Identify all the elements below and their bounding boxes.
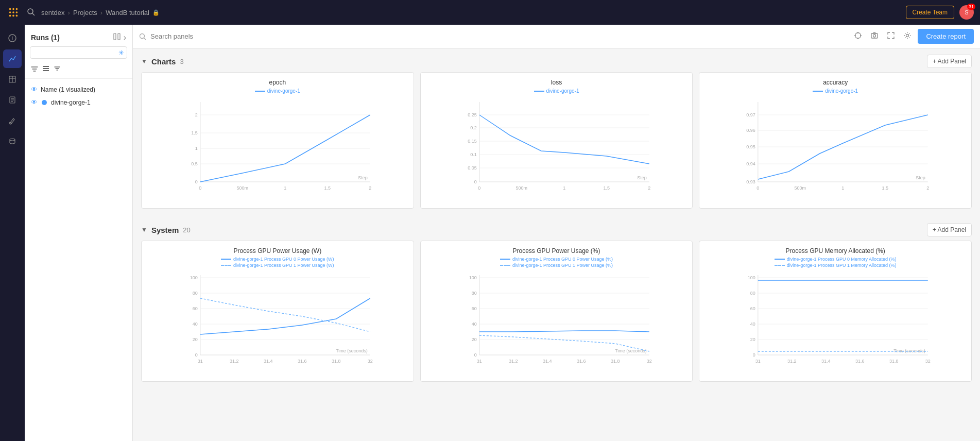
svg-text:20: 20 bbox=[471, 337, 476, 342]
system-count: 20 bbox=[183, 226, 190, 234]
svg-text:80: 80 bbox=[193, 291, 198, 296]
svg-point-5 bbox=[16, 11, 18, 13]
svg-text:1: 1 bbox=[563, 185, 565, 191]
svg-text:0: 0 bbox=[474, 352, 476, 358]
svg-text:Time (seconds): Time (seconds) bbox=[615, 348, 647, 353]
system-add-panel-button[interactable]: + Add Panel bbox=[927, 223, 972, 236]
panel-search-input[interactable] bbox=[150, 32, 848, 40]
epoch-chart: epoch divine-gorge-1 0 bbox=[141, 72, 414, 209]
svg-text:31.4: 31.4 bbox=[821, 359, 831, 364]
list-view-icon[interactable] bbox=[42, 65, 49, 74]
gpu-memory-pct-legend-line2 bbox=[775, 265, 785, 266]
svg-point-4 bbox=[12, 11, 14, 13]
gpu-power-w-legend: divine-gorge-1 Process GPU 0 Power Usage… bbox=[148, 257, 407, 268]
table-icon[interactable] bbox=[3, 70, 22, 89]
camera-button[interactable] bbox=[868, 29, 881, 44]
eye-icon-name: 👁 bbox=[31, 86, 38, 93]
gpu-power-pct-title: Process GPU Power Usage (%) bbox=[427, 247, 686, 255]
icon-rail: i bbox=[0, 25, 25, 441]
search-input[interactable] bbox=[30, 46, 127, 59]
svg-text:0.5: 0.5 bbox=[191, 161, 198, 166]
accuracy-chart-title: accuracy bbox=[706, 79, 965, 86]
columns-icon[interactable] bbox=[113, 33, 121, 42]
info-icon[interactable]: i bbox=[3, 29, 22, 47]
svg-text:2: 2 bbox=[369, 185, 371, 191]
svg-point-29 bbox=[855, 32, 861, 38]
name-visualized-row[interactable]: 👁 Name (1 visualized) bbox=[25, 83, 132, 96]
crosshair-button[interactable] bbox=[852, 29, 864, 44]
svg-text:Step: Step bbox=[637, 175, 647, 180]
panel-search-icon bbox=[139, 33, 146, 40]
svg-text:1.5: 1.5 bbox=[324, 185, 331, 191]
expand-panel-button[interactable] bbox=[885, 29, 897, 44]
sidebar: Runs (1) › ✳ 👁 bbox=[25, 25, 133, 441]
svg-text:1.5: 1.5 bbox=[882, 185, 889, 191]
charts-chevron[interactable]: ▼ bbox=[141, 58, 147, 65]
settings-button[interactable] bbox=[901, 29, 914, 44]
svg-text:0.25: 0.25 bbox=[468, 112, 477, 117]
svg-rect-34 bbox=[871, 33, 878, 38]
svg-line-10 bbox=[32, 13, 35, 15]
brush-icon[interactable] bbox=[3, 111, 22, 130]
breadcrumb-sep2: › bbox=[100, 9, 102, 16]
charts-title: Charts bbox=[151, 57, 176, 66]
charts-add-panel-button[interactable]: + Add Panel bbox=[927, 55, 972, 68]
svg-text:0.93: 0.93 bbox=[747, 179, 756, 184]
svg-text:1.5: 1.5 bbox=[191, 130, 198, 135]
breadcrumb-projects[interactable]: Projects bbox=[73, 9, 97, 16]
svg-text:31: 31 bbox=[476, 359, 482, 364]
run-name-label: divine-gorge-1 bbox=[51, 99, 91, 106]
system-section: ▼ System 20 + Add Panel Process GPU Powe… bbox=[133, 217, 980, 390]
svg-rect-22 bbox=[114, 33, 116, 40]
svg-text:1.5: 1.5 bbox=[603, 185, 610, 191]
svg-text:31.2: 31.2 bbox=[509, 359, 518, 364]
nav-search-icon[interactable] bbox=[27, 8, 35, 18]
system-chevron[interactable]: ▼ bbox=[141, 226, 147, 233]
app-logo bbox=[6, 5, 21, 20]
svg-text:0: 0 bbox=[478, 185, 480, 191]
run-color-dot bbox=[42, 100, 47, 105]
svg-text:60: 60 bbox=[193, 306, 198, 311]
svg-text:Time (seconds): Time (seconds) bbox=[893, 348, 925, 353]
sort-icon[interactable] bbox=[54, 65, 61, 74]
lock-icon: 🔒 bbox=[152, 9, 160, 16]
svg-text:1: 1 bbox=[284, 185, 286, 191]
run-item[interactable]: 👁 divine-gorge-1 bbox=[25, 96, 132, 109]
loss-chart-legend: divine-gorge-1 bbox=[427, 88, 686, 94]
gpu-memory-pct-chart: Process GPU Memory Allocated (%) divine-… bbox=[699, 241, 972, 382]
create-report-button[interactable]: Create report bbox=[918, 29, 974, 44]
svg-text:31: 31 bbox=[198, 359, 203, 364]
filter-icon[interactable] bbox=[31, 65, 38, 74]
database-icon[interactable] bbox=[3, 132, 22, 150]
svg-text:0.97: 0.97 bbox=[747, 112, 756, 117]
charts-grid: epoch divine-gorge-1 0 bbox=[141, 72, 972, 209]
notes-icon[interactable] bbox=[3, 91, 22, 109]
svg-point-8 bbox=[16, 15, 18, 17]
svg-point-21 bbox=[10, 139, 15, 141]
avatar[interactable]: S 31 bbox=[959, 5, 974, 20]
charts-count: 3 bbox=[180, 58, 183, 65]
svg-text:31.4: 31.4 bbox=[543, 359, 552, 364]
breadcrumb-project[interactable]: WandB tutorial bbox=[106, 9, 149, 16]
charts-section-header: ▼ Charts 3 + Add Panel bbox=[141, 48, 972, 72]
gpu-power-pct-legend-line2 bbox=[500, 265, 510, 266]
runs-list: 👁 Name (1 visualized) 👁 divine-gorge-1 bbox=[25, 79, 132, 113]
top-nav: sentdex › Projects › WandB tutorial 🔒 Cr… bbox=[0, 0, 980, 25]
create-team-button[interactable]: Create Team bbox=[906, 6, 954, 19]
accuracy-legend-line bbox=[813, 91, 823, 92]
system-title: System bbox=[151, 226, 179, 234]
svg-text:0: 0 bbox=[195, 352, 198, 358]
chart-icon[interactable] bbox=[3, 49, 22, 68]
svg-point-2 bbox=[16, 8, 18, 10]
main-layout: i Runs (1) › ✳ bbox=[0, 25, 980, 441]
svg-text:0: 0 bbox=[199, 185, 201, 191]
expand-icon[interactable]: › bbox=[124, 33, 126, 42]
svg-text:100: 100 bbox=[190, 275, 198, 280]
gpu-power-w-chart: Process GPU Power Usage (W) divine-gorge… bbox=[141, 241, 414, 382]
svg-text:0.95: 0.95 bbox=[747, 144, 756, 149]
svg-text:20: 20 bbox=[193, 337, 198, 342]
sidebar-search[interactable]: ✳ bbox=[30, 46, 127, 59]
epoch-chart-svg: 0 0.5 1 1.5 2 0 500m 1 1.5 2 Step bbox=[148, 97, 407, 200]
svg-point-27 bbox=[140, 33, 145, 38]
breadcrumb-sentdex[interactable]: sentdex bbox=[41, 9, 65, 16]
